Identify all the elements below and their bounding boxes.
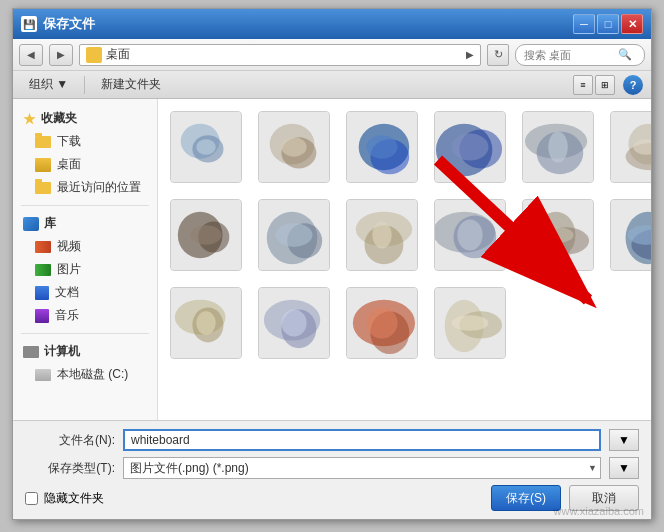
search-bar[interactable]: 🔍 bbox=[515, 44, 645, 66]
sidebar-item-desktop[interactable]: 桌面 bbox=[17, 153, 153, 176]
library-title: 库 bbox=[17, 212, 153, 235]
main-area: ★ 收藏夹 下载 桌面 最近访问的位置 bbox=[13, 99, 651, 420]
image-icon bbox=[35, 264, 51, 276]
thumb-image bbox=[522, 199, 594, 271]
sidebar-item-pictures[interactable]: 图片 bbox=[17, 258, 153, 281]
file-thumb[interactable] bbox=[254, 195, 334, 275]
thumb-image bbox=[610, 111, 651, 183]
sidebar-item-local-disk[interactable]: 本地磁盘 (C:) bbox=[17, 363, 153, 386]
svg-point-19 bbox=[548, 131, 567, 162]
filetype-select[interactable]: 图片文件(.png) (*.png) bbox=[123, 457, 601, 479]
star-icon: ★ bbox=[23, 111, 36, 127]
file-thumb[interactable] bbox=[606, 195, 651, 275]
sidebar-item-music[interactable]: 音乐 bbox=[17, 304, 153, 327]
svg-point-15 bbox=[452, 133, 489, 160]
filetype-label: 保存类型(T): bbox=[25, 460, 115, 477]
hide-folders-label: 隐藏文件夹 bbox=[44, 490, 104, 507]
svg-point-39 bbox=[457, 219, 482, 250]
search-input[interactable] bbox=[524, 49, 614, 61]
bottom-form: 文件名(N): ▼ 保存类型(T): 图片文件(.png) (*.png) ▼ … bbox=[13, 420, 651, 519]
file-thumb[interactable] bbox=[518, 107, 598, 187]
thumb-image bbox=[346, 287, 418, 359]
svg-point-27 bbox=[190, 225, 221, 244]
filetype-select-wrapper: 图片文件(.png) (*.png) bbox=[123, 457, 601, 479]
hide-folders-checkbox[interactable] bbox=[25, 492, 38, 505]
svg-point-55 bbox=[281, 309, 306, 336]
thumb-image bbox=[610, 199, 651, 271]
filetype-dropdown-btn[interactable]: ▼ bbox=[609, 457, 639, 479]
thumb-image bbox=[258, 199, 330, 271]
folder-icon bbox=[35, 136, 51, 148]
address-bar[interactable]: 桌面 ▶ bbox=[79, 44, 481, 66]
thumb-image bbox=[434, 199, 506, 271]
toolbar-divider bbox=[84, 76, 85, 94]
sidebar-item-recent[interactable]: 最近访问的位置 bbox=[17, 176, 153, 199]
desktop-icon bbox=[35, 158, 51, 172]
dialog-title: 保存文件 bbox=[43, 15, 573, 33]
file-thumb[interactable] bbox=[342, 107, 422, 187]
thumb-image bbox=[170, 199, 242, 271]
file-thumb[interactable] bbox=[166, 195, 246, 275]
title-bar: 💾 保存文件 ─ □ ✕ bbox=[13, 9, 651, 39]
file-thumb[interactable] bbox=[518, 195, 598, 275]
filename-input[interactable] bbox=[123, 429, 601, 451]
favorites-title: ★ 收藏夹 bbox=[17, 107, 153, 130]
view-list-button[interactable]: ≡ bbox=[573, 75, 593, 95]
svg-point-31 bbox=[276, 223, 313, 246]
title-icon: 💾 bbox=[21, 16, 37, 32]
thumb-image bbox=[170, 111, 242, 183]
address-toolbar: ◀ ▶ 桌面 ▶ ↻ 🔍 bbox=[13, 39, 651, 71]
help-button[interactable]: ? bbox=[623, 75, 643, 95]
view-buttons: ≡ ⊞ ? bbox=[573, 75, 643, 95]
svg-point-43 bbox=[542, 227, 573, 243]
thumb-image bbox=[258, 287, 330, 359]
filename-label: 文件名(N): bbox=[25, 432, 115, 449]
doc-icon bbox=[35, 286, 49, 300]
file-thumb[interactable] bbox=[254, 283, 334, 363]
file-thumb[interactable] bbox=[606, 107, 651, 187]
thumb-image bbox=[346, 111, 418, 183]
computer-icon bbox=[23, 346, 39, 358]
back-button[interactable]: ◀ bbox=[19, 44, 43, 66]
file-thumb[interactable] bbox=[342, 195, 422, 275]
library-section: 库 视频 图片 文档 音乐 bbox=[17, 212, 153, 327]
organize-button[interactable]: 组织 ▼ bbox=[21, 74, 76, 96]
library-icon bbox=[23, 217, 39, 231]
forward-button[interactable]: ▶ bbox=[49, 44, 73, 66]
favorites-section: ★ 收藏夹 下载 桌面 最近访问的位置 bbox=[17, 107, 153, 199]
new-folder-button[interactable]: 新建文件夹 bbox=[93, 74, 169, 96]
cancel-button[interactable]: 取消 bbox=[569, 485, 639, 511]
thumb-image bbox=[258, 111, 330, 183]
sidebar-separator-1 bbox=[21, 205, 149, 206]
file-thumb[interactable] bbox=[254, 107, 334, 187]
filename-dropdown-btn[interactable]: ▼ bbox=[609, 429, 639, 451]
file-thumb[interactable] bbox=[166, 283, 246, 363]
window-controls: ─ □ ✕ bbox=[573, 14, 643, 34]
maximize-button[interactable]: □ bbox=[597, 14, 619, 34]
form-actions: 隐藏文件夹 保存(S) 取消 bbox=[25, 485, 639, 511]
music-icon bbox=[35, 309, 49, 323]
view-grid-button[interactable]: ⊞ bbox=[595, 75, 615, 95]
sidebar-item-documents[interactable]: 文档 bbox=[17, 281, 153, 304]
search-icon: 🔍 bbox=[618, 48, 632, 61]
file-thumb[interactable] bbox=[430, 283, 510, 363]
address-arrow-icon: ▶ bbox=[466, 49, 474, 60]
file-thumb[interactable] bbox=[342, 283, 422, 363]
close-button[interactable]: ✕ bbox=[621, 14, 643, 34]
thumb-image bbox=[346, 199, 418, 271]
file-thumb[interactable] bbox=[166, 107, 246, 187]
refresh-button[interactable]: ↻ bbox=[487, 44, 509, 66]
sidebar-item-video[interactable]: 视频 bbox=[17, 235, 153, 258]
svg-point-3 bbox=[196, 139, 215, 155]
svg-point-59 bbox=[366, 307, 397, 338]
save-button[interactable]: 保存(S) bbox=[491, 485, 561, 511]
location-folder-icon bbox=[86, 47, 102, 63]
file-thumb[interactable] bbox=[430, 107, 510, 187]
file-area bbox=[158, 99, 651, 420]
sidebar-item-download[interactable]: 下载 bbox=[17, 130, 153, 153]
svg-point-7 bbox=[281, 137, 306, 156]
minimize-button[interactable]: ─ bbox=[573, 14, 595, 34]
sidebar-separator-2 bbox=[21, 333, 149, 334]
computer-title: 计算机 bbox=[17, 340, 153, 363]
file-thumb[interactable] bbox=[430, 195, 510, 275]
